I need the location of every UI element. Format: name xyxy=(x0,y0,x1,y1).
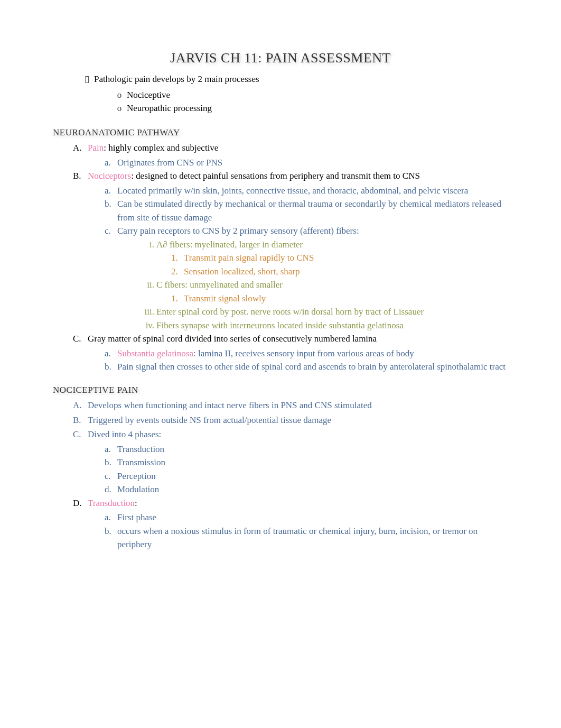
term: Transduction xyxy=(88,498,135,508)
item-text: Transmit pain signal rapidly to CNS xyxy=(184,251,508,265)
item-text: Enter spinal cord by post. nerve roots w… xyxy=(156,305,508,319)
marker: iii. xyxy=(138,305,154,319)
marker: B. xyxy=(73,413,86,427)
item-content: Pain: highly complex and subjective xyxy=(88,141,508,155)
marker: C. xyxy=(73,428,86,441)
item-text: Gray matter of spinal cord divided into … xyxy=(88,332,508,346)
section-heading: NOCICEPTIVE PAIN xyxy=(53,383,508,397)
list-item-d: d. Modulation xyxy=(105,483,508,496)
intro-sub: o Neuropathic processing xyxy=(112,102,508,115)
list-item-D: D. Transduction: xyxy=(73,496,508,510)
list-item-a: a. Transduction xyxy=(105,443,508,456)
rest: : lamina II, receives sensory input from… xyxy=(193,348,414,358)
marker: a. xyxy=(105,443,115,456)
list-item-a: a. Originates from CNS or PNS xyxy=(105,156,508,170)
list-item-b: b. Pain signal then crosses to other sid… xyxy=(105,360,508,374)
marker: c. xyxy=(105,224,115,238)
circle-icon: o xyxy=(112,102,127,115)
term: Substantia gelatinosa xyxy=(117,348,193,358)
list-item-A: A. Develops when functioning and intact … xyxy=(73,399,508,412)
item-text: First phase xyxy=(117,511,508,524)
marker: 2. xyxy=(171,265,182,279)
marker: iv. xyxy=(138,319,154,333)
list-item-b: b. Transmission xyxy=(105,456,508,469)
item-text: Perception xyxy=(117,469,508,483)
intro-sub-text: Neuropathic processing xyxy=(127,102,508,115)
list-item-a: a. Located primarily w/in skin, joints, … xyxy=(105,184,508,198)
item-text: occurs when a noxious stimulus in form o… xyxy=(117,524,508,551)
list-item-i: i. A∂ fibers: myelinated, larger in diam… xyxy=(138,238,508,252)
list-item-iv: iv. Fibers synapse with interneurons loc… xyxy=(138,319,508,333)
list-item-1: 1. Transmit signal slowly xyxy=(171,292,508,306)
marker: A. xyxy=(73,141,86,155)
item-text: Carry pain receptors to CNS by 2 primary… xyxy=(117,224,508,238)
circle-icon: o xyxy=(112,88,127,102)
marker: b. xyxy=(105,524,115,538)
list-item-C: C. Dived into 4 phases: xyxy=(73,428,508,441)
list-item-a: a. Substantia gelatinosa: lamina II, rec… xyxy=(105,347,508,361)
list-item-ii: ii. C fibers: unmyelinated and smaller xyxy=(138,278,508,292)
term: Nociceptors xyxy=(88,171,131,181)
list-item-c: c. Carry pain receptors to CNS by 2 prim… xyxy=(105,224,508,238)
rest: : designed to detect painful sensations … xyxy=(131,171,420,181)
list-item-b: b. occurs when a noxious stimulus in for… xyxy=(105,524,508,551)
item-text: Dived into 4 phases: xyxy=(88,428,508,441)
item-content: Nociceptors: designed to detect painful … xyxy=(88,169,508,183)
list-item-B: B. Triggered by events outside NS from a… xyxy=(73,413,508,427)
marker: 1. xyxy=(171,292,182,306)
list-item-1: 1. Transmit pain signal rapidly to CNS xyxy=(171,251,508,265)
marker: a. xyxy=(105,184,115,198)
list-item-2: 2. Sensation localized, short, sharp xyxy=(171,265,508,279)
list-item-C: C. Gray matter of spinal cord divided in… xyxy=(73,332,508,346)
marker: a. xyxy=(105,511,115,524)
list-item-c: c. Perception xyxy=(105,469,508,483)
marker: a. xyxy=(105,347,115,361)
item-text: Modulation xyxy=(117,483,508,496)
list-item-a: a. First phase xyxy=(105,511,508,524)
marker: d. xyxy=(105,483,115,496)
intro-block: ▯ Pathologic pain develops by 2 main pro… xyxy=(79,72,508,115)
intro-text: Pathologic pain develops by 2 main proce… xyxy=(94,72,508,86)
ordered-list-upper-alpha: A. Develops when functioning and intact … xyxy=(73,399,508,551)
marker: b. xyxy=(105,197,115,211)
list-item-b: b. Can be stimulated directly by mechani… xyxy=(105,197,508,224)
item-text: Transduction xyxy=(117,443,508,456)
item-text: Transmission xyxy=(117,456,508,469)
list-item-A: A. Pain: highly complex and subjective xyxy=(73,141,508,155)
marker: c. xyxy=(105,469,115,483)
intro-bullet: ▯ Pathologic pain develops by 2 main pro… xyxy=(79,72,508,86)
marker: A. xyxy=(73,399,86,412)
item-text: C fibers: unmyelinated and smaller xyxy=(156,278,508,292)
marker: D. xyxy=(73,496,86,510)
page-title: JARVIS CH 11: PAIN ASSESSMENT xyxy=(53,48,508,68)
rest: : xyxy=(135,498,137,508)
marker: b. xyxy=(105,360,115,374)
marker: i. xyxy=(138,238,154,252)
marker: ii. xyxy=(138,278,154,292)
intro-sub: o Nociceptive xyxy=(112,88,508,102)
rest: : highly complex and subjective xyxy=(104,143,218,153)
list-item-B: B. Nociceptors: designed to detect painf… xyxy=(73,169,508,183)
item-text: Triggered by events outside NS from actu… xyxy=(88,413,508,427)
item-content: Substantia gelatinosa: lamina II, receiv… xyxy=(117,347,508,361)
item-text: Sensation localized, short, sharp xyxy=(184,265,508,279)
bullet-icon: ▯ xyxy=(79,72,94,86)
section-heading: NEUROANATOMIC PATHWAY xyxy=(53,126,508,140)
item-text: A∂ fibers: myelinated, larger in diamete… xyxy=(156,238,508,252)
marker: B. xyxy=(73,169,86,183)
item-text: Located primarily w/in skin, joints, con… xyxy=(117,184,508,198)
marker: C. xyxy=(73,332,86,346)
item-text: Develops when functioning and intact ner… xyxy=(88,399,508,412)
intro-sub-text: Nociceptive xyxy=(127,88,508,102)
item-text: Fibers synapse with interneurons located… xyxy=(156,319,508,333)
ordered-list-upper-alpha: A. Pain: highly complex and subjective a… xyxy=(73,141,508,374)
marker: a. xyxy=(105,156,115,170)
item-content: Transduction: xyxy=(88,496,508,510)
list-item-iii: iii. Enter spinal cord by post. nerve ro… xyxy=(138,305,508,319)
item-text: Originates from CNS or PNS xyxy=(117,156,508,170)
item-text: Can be stimulated directly by mechanical… xyxy=(117,197,508,224)
marker: 1. xyxy=(171,251,182,265)
term: Pain xyxy=(88,143,104,153)
marker: b. xyxy=(105,456,115,469)
item-text: Transmit signal slowly xyxy=(184,292,508,306)
